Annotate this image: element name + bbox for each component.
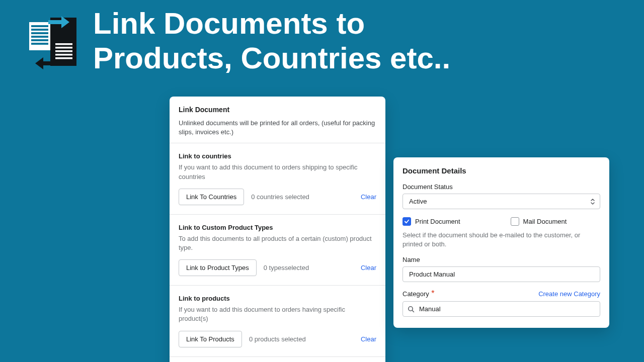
link-product-types-title: Link to Custom Product Types xyxy=(179,224,376,231)
link-to-products-button[interactable]: Link To Products xyxy=(179,331,242,347)
svg-rect-4 xyxy=(31,36,48,38)
link-products-title: Link to products xyxy=(179,295,376,302)
name-field[interactable] xyxy=(403,266,600,282)
types-selected-count: 0 typesselected xyxy=(264,264,309,272)
page-title: Link Documents to Products, Countries et… xyxy=(93,6,450,75)
link-product-types-desc: To add this documents to all products of… xyxy=(179,234,376,252)
category-label: Category xyxy=(403,290,429,298)
link-to-countries-button[interactable]: Link To Countries xyxy=(179,189,244,205)
svg-rect-6 xyxy=(31,43,48,45)
link-products-desc: If you want to add this document to orde… xyxy=(179,305,376,323)
print-document-label: Print Document xyxy=(415,218,460,225)
document-status-label: Document Status xyxy=(403,183,600,191)
mail-document-label: Mail Document xyxy=(523,218,567,225)
link-countries-title: Link to countries xyxy=(179,152,376,160)
link-countries-desc: If you want to add this document to orde… xyxy=(179,163,376,181)
svg-rect-1 xyxy=(31,25,48,27)
svg-rect-11 xyxy=(55,54,72,56)
link-document-subtext: Unlinked documents will be printed for a… xyxy=(179,119,376,137)
countries-selected-count: 0 countries selected xyxy=(251,193,309,201)
category-search-input[interactable] xyxy=(403,301,600,317)
products-selected-count: 0 products selected xyxy=(249,335,306,343)
link-document-card: Link Document Unlinked documents will be… xyxy=(170,97,385,362)
document-status-select[interactable]: Active xyxy=(403,194,600,209)
link-to-product-types-button[interactable]: Link to Product Types xyxy=(179,259,257,276)
document-details-card: Document Details Document Status Active … xyxy=(393,157,609,328)
select-chevrons-icon xyxy=(590,198,595,205)
mail-document-checkbox[interactable] xyxy=(511,217,519,226)
link-document-title: Link Document xyxy=(179,106,376,114)
svg-line-14 xyxy=(412,310,414,312)
svg-rect-9 xyxy=(55,47,72,49)
link-products-section: Link to products If you want to add this… xyxy=(170,285,385,356)
documents-transfer-icon xyxy=(29,15,78,69)
link-order-source-section: Link to order source This can be helpful… xyxy=(170,356,385,363)
countries-clear-link[interactable]: Clear xyxy=(361,193,376,201)
products-clear-link[interactable]: Clear xyxy=(361,335,376,343)
svg-rect-12 xyxy=(55,57,72,59)
svg-rect-10 xyxy=(55,50,72,52)
link-product-types-section: Link to Custom Product Types To add this… xyxy=(170,214,385,285)
link-countries-section: Link to countries If you want to add thi… xyxy=(170,143,385,214)
print-document-checkbox[interactable] xyxy=(403,217,411,226)
svg-rect-2 xyxy=(31,29,48,31)
search-icon xyxy=(408,306,415,313)
svg-rect-8 xyxy=(55,43,72,45)
delivery-helper-text: Select if the document should be e-maile… xyxy=(403,231,600,249)
svg-rect-3 xyxy=(31,32,48,34)
types-clear-link[interactable]: Clear xyxy=(361,264,376,272)
name-label: Name xyxy=(403,256,600,263)
svg-rect-5 xyxy=(31,39,48,41)
document-details-title: Document Details xyxy=(403,166,600,175)
required-star-icon: * xyxy=(431,289,434,298)
create-new-category-link[interactable]: Create new Category xyxy=(538,290,600,298)
